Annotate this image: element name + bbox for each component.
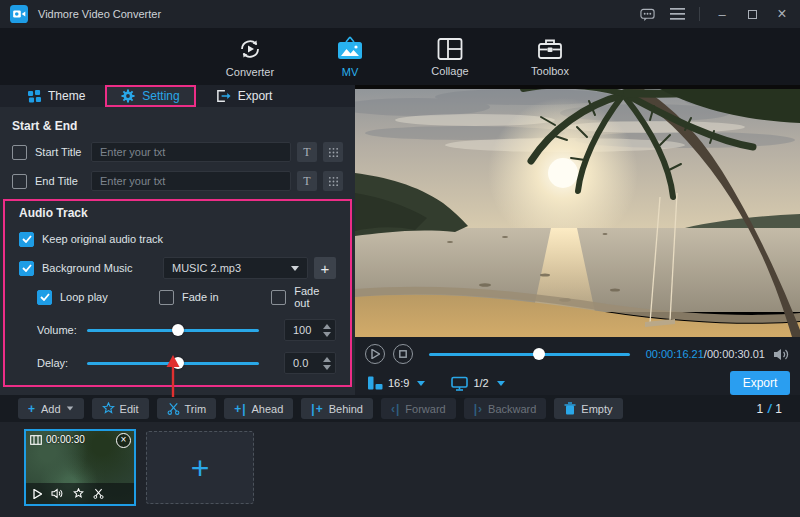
nav-tab-toolbox[interactable]: Toolbox bbox=[517, 37, 583, 77]
volume-mute-icon[interactable] bbox=[773, 347, 790, 362]
titlebar-separator bbox=[699, 7, 700, 21]
nav-tab-mv[interactable]: MV bbox=[317, 36, 383, 78]
feedback-icon[interactable] bbox=[639, 6, 655, 22]
trim-button[interactable]: Trim bbox=[157, 398, 217, 419]
empty-label: Empty bbox=[581, 403, 612, 415]
aspect-ratio-icon bbox=[367, 375, 383, 391]
tab-theme[interactable]: Theme bbox=[14, 85, 99, 107]
clip-header: 00:00:30 bbox=[30, 434, 85, 445]
keep-original-checkbox[interactable] bbox=[19, 232, 34, 247]
backward-icon: |› bbox=[474, 402, 483, 416]
stop-icon bbox=[399, 350, 407, 358]
converter-icon bbox=[237, 36, 263, 62]
volume-spinner-arrows[interactable] bbox=[323, 324, 331, 337]
maximize-icon bbox=[748, 10, 757, 19]
app-window: Vidmore Video Converter – × Converter bbox=[0, 0, 800, 517]
video-preview-panel: 00:00:16.21/00:00:30.01 16:9 bbox=[355, 85, 800, 395]
delay-spinner-arrows[interactable] bbox=[323, 357, 331, 370]
start-title-checkbox[interactable] bbox=[12, 145, 27, 160]
volume-slider[interactable] bbox=[87, 324, 259, 336]
nav-label-collage: Collage bbox=[431, 65, 468, 77]
spinner-up-icon[interactable] bbox=[323, 357, 331, 362]
timeline-clip[interactable]: 00:00:30 × bbox=[24, 429, 136, 506]
mv-icon bbox=[336, 36, 364, 62]
panel-tabs: Theme Setting bbox=[0, 85, 355, 107]
time-display: 00:00:16.21/00:00:30.01 bbox=[646, 348, 765, 360]
tab-setting[interactable]: Setting bbox=[105, 85, 195, 107]
spinner-down-icon[interactable] bbox=[323, 332, 331, 337]
page-total: 1 bbox=[775, 402, 782, 416]
loop-play-checkbox[interactable] bbox=[37, 290, 52, 305]
clip-close-button[interactable]: × bbox=[116, 433, 131, 448]
menu-icon[interactable] bbox=[669, 6, 685, 22]
start-title-position-button[interactable] bbox=[323, 142, 343, 162]
music-selected-value: MUSIC 2.mp3 bbox=[172, 262, 291, 274]
volume-slider-thumb[interactable] bbox=[172, 324, 184, 336]
settings-panel: Theme Setting bbox=[0, 85, 355, 395]
add-label: Add bbox=[41, 403, 61, 415]
screen-page-caret-icon[interactable] bbox=[497, 381, 505, 386]
screen-icon bbox=[451, 376, 468, 391]
spinner-down-icon[interactable] bbox=[323, 365, 331, 370]
background-music-checkbox[interactable] bbox=[19, 261, 34, 276]
start-title-input[interactable] bbox=[91, 142, 291, 162]
clip-edit-icon[interactable] bbox=[73, 488, 84, 499]
end-title-font-button[interactable]: T bbox=[297, 171, 317, 191]
add-clip-slot[interactable]: + bbox=[146, 431, 254, 504]
music-select[interactable]: MUSIC 2.mp3 bbox=[163, 257, 308, 279]
app-logo-icon bbox=[10, 5, 28, 23]
delay-spinner: 0.0 bbox=[284, 352, 336, 374]
aspect-ratio-value: 16:9 bbox=[388, 377, 409, 389]
add-button[interactable]: + Add bbox=[18, 398, 84, 419]
start-end-title: Start & End bbox=[12, 119, 343, 133]
clip-play-icon[interactable] bbox=[33, 489, 42, 499]
forward-button[interactable]: ‹| Forward bbox=[381, 398, 456, 419]
add-music-button[interactable]: + bbox=[314, 257, 336, 279]
end-title-label: End Title bbox=[35, 175, 91, 187]
start-title-label: Start Title bbox=[35, 146, 91, 158]
aspect-ratio-caret-icon[interactable] bbox=[417, 381, 425, 386]
nav-tab-collage[interactable]: Collage bbox=[417, 37, 483, 77]
end-title-input[interactable] bbox=[91, 171, 291, 191]
empty-button[interactable]: Empty bbox=[554, 398, 622, 419]
behind-button[interactable]: |+ Behind bbox=[301, 398, 373, 419]
behind-label: Behind bbox=[329, 403, 363, 415]
export-icon bbox=[216, 89, 231, 103]
close-button[interactable]: × bbox=[774, 6, 790, 22]
end-title-position-button[interactable] bbox=[323, 171, 343, 191]
add-plus-icon: + bbox=[28, 402, 36, 416]
ahead-button[interactable]: +| Ahead bbox=[224, 398, 293, 419]
page-counter: 1 / 1 bbox=[757, 402, 782, 416]
fade-in-checkbox[interactable] bbox=[159, 290, 174, 305]
seek-track[interactable] bbox=[429, 353, 630, 356]
fade-out-checkbox[interactable] bbox=[271, 290, 286, 305]
window-title: Vidmore Video Converter bbox=[38, 8, 161, 20]
end-title-checkbox[interactable] bbox=[12, 174, 27, 189]
tab-export[interactable]: Export bbox=[202, 85, 287, 107]
clip-volume-icon[interactable] bbox=[51, 488, 64, 499]
clip-trim-icon[interactable] bbox=[93, 488, 104, 499]
tab-theme-label: Theme bbox=[48, 89, 85, 103]
stop-button[interactable] bbox=[393, 344, 413, 364]
loop-play-label: Loop play bbox=[60, 291, 108, 303]
export-button[interactable]: Export bbox=[730, 371, 790, 395]
seek-bar[interactable] bbox=[429, 348, 630, 360]
start-title-font-button[interactable]: T bbox=[297, 142, 317, 162]
spinner-up-icon[interactable] bbox=[323, 324, 331, 329]
edit-button[interactable]: Edit bbox=[92, 398, 149, 419]
trim-scissors-icon bbox=[167, 402, 180, 415]
minimize-button[interactable]: – bbox=[714, 6, 730, 22]
edit-label: Edit bbox=[120, 403, 139, 415]
backward-button[interactable]: |› Backward bbox=[464, 398, 547, 419]
page-separator: / bbox=[767, 402, 772, 416]
fade-in-label: Fade in bbox=[182, 291, 219, 303]
fade-options-row: Loop play Fade in Fade out bbox=[37, 287, 336, 307]
maximize-button[interactable] bbox=[744, 6, 760, 22]
nav-tab-converter[interactable]: Converter bbox=[217, 36, 283, 78]
edit-toolbar: + Add Edit Trim +| Ahead |+ Behind bbox=[0, 395, 800, 422]
chevron-down-icon bbox=[291, 266, 299, 271]
play-button[interactable] bbox=[365, 344, 385, 364]
screen-page-value: 1/2 bbox=[473, 377, 488, 389]
video-frame bbox=[355, 85, 800, 337]
seek-thumb[interactable] bbox=[533, 348, 545, 360]
